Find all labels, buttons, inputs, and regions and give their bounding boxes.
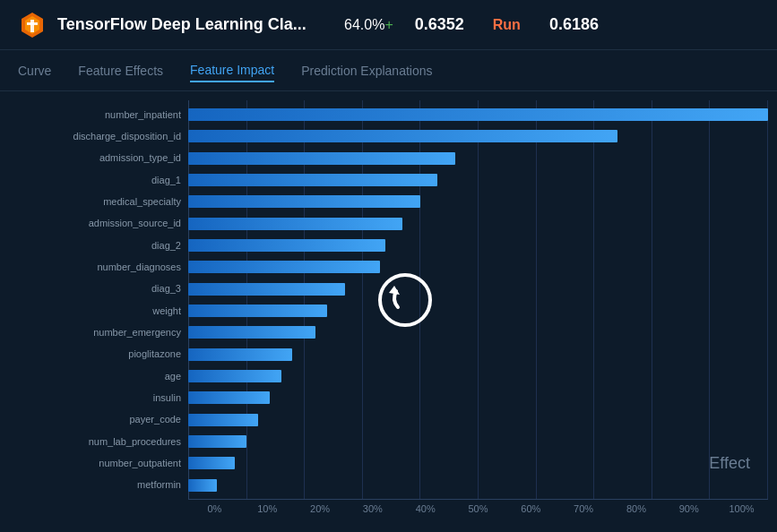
bar-row-diag_2 bbox=[188, 238, 768, 253]
tab-prediction-explanations[interactable]: Prediction Explanations bbox=[301, 60, 432, 82]
score2-value: 0.6186 bbox=[549, 15, 599, 34]
y-label-diag_2: diag_2 bbox=[9, 241, 181, 251]
bar-num_lab_procedures bbox=[188, 435, 246, 448]
y-label-pioglitazone: pioglitazone bbox=[9, 349, 181, 359]
x-label-5: 50% bbox=[452, 503, 505, 514]
bar-payer_code bbox=[188, 414, 258, 426]
y-label-payer_code: payer_code bbox=[9, 415, 181, 425]
y-label-num_lab_procedures: num_lab_procedures bbox=[9, 437, 181, 447]
chart-container: number_inpatientdischarge_disposition_id… bbox=[0, 91, 777, 532]
x-label-7: 70% bbox=[557, 503, 610, 514]
bar-row-number_inpatient bbox=[188, 107, 768, 122]
bar-admission_source_id bbox=[188, 218, 402, 230]
y-label-diag_1: diag_1 bbox=[9, 176, 181, 185]
svg-rect-3 bbox=[27, 22, 38, 25]
y-label-number_emergency: number_emergency bbox=[9, 328, 181, 338]
x-label-2: 20% bbox=[294, 503, 347, 514]
chart-inner: number_inpatientdischarge_disposition_id… bbox=[9, 100, 768, 500]
x-label-6: 60% bbox=[505, 503, 557, 514]
x-label-4: 40% bbox=[399, 503, 452, 514]
y-label-admission_source_id: admission_source_id bbox=[9, 219, 181, 228]
bar-row-number_diagnoses bbox=[188, 260, 768, 274]
y-label-number_inpatient: number_inpatient bbox=[9, 110, 181, 120]
bars-area bbox=[188, 100, 768, 500]
y-label-age: age bbox=[9, 372, 181, 382]
bar-metformin bbox=[188, 479, 217, 492]
bar-medical_specialty bbox=[188, 195, 420, 208]
x-label-1: 10% bbox=[241, 503, 294, 514]
bar-row-admission_type_id bbox=[188, 151, 768, 166]
y-label-number_outpatient: number_outpatient bbox=[9, 459, 181, 468]
x-label-3: 30% bbox=[346, 503, 399, 514]
accuracy-plus: + bbox=[384, 17, 393, 32]
x-label-8: 80% bbox=[610, 503, 663, 514]
run-button[interactable]: Run bbox=[486, 13, 528, 37]
app-title: TensorFlow Deep Learning Cla... bbox=[57, 15, 326, 34]
y-label-number_diagnoses: number_diagnoses bbox=[9, 262, 181, 272]
y-label-metformin: metformin bbox=[9, 480, 181, 490]
y-label-medical_specialty: medical_specialty bbox=[9, 197, 181, 207]
score1-value: 0.6352 bbox=[415, 15, 464, 34]
tab-feature-effects[interactable]: Feature Effects bbox=[78, 60, 163, 82]
bar-admission_type_id bbox=[188, 152, 455, 165]
x-label-0: 0% bbox=[188, 503, 241, 514]
bar-row-age bbox=[188, 369, 768, 383]
bar-row-admission_source_id bbox=[188, 217, 768, 231]
bar-weight bbox=[188, 305, 327, 317]
x-label-10: 100% bbox=[715, 503, 768, 514]
bar-number_diagnoses bbox=[188, 261, 380, 273]
bar-row-diag_3 bbox=[188, 282, 768, 296]
bar-number_inpatient bbox=[188, 108, 768, 121]
y-label-weight: weight bbox=[9, 306, 181, 316]
bar-number_emergency bbox=[188, 326, 315, 339]
app-header: TensorFlow Deep Learning Cla... 64.0%+ 0… bbox=[0, 0, 777, 50]
x-label-9: 90% bbox=[662, 503, 715, 514]
bar-number_outpatient bbox=[188, 457, 235, 469]
bar-row-pioglitazone bbox=[188, 348, 768, 362]
bar-row-payer_code bbox=[188, 413, 768, 427]
accuracy-value: 64.0%+ bbox=[344, 17, 393, 33]
bar-insulin bbox=[188, 391, 270, 404]
bar-row-insulin bbox=[188, 390, 768, 405]
y-label-admission_type_id: admission_type_id bbox=[9, 153, 181, 163]
bar-row-metformin bbox=[188, 478, 768, 493]
bar-row-discharge_disposition_id bbox=[188, 129, 768, 143]
bar-row-weight bbox=[188, 304, 768, 318]
bar-row-number_outpatient bbox=[188, 456, 768, 470]
bar-row-diag_1 bbox=[188, 173, 768, 187]
bar-diag_1 bbox=[188, 174, 437, 186]
bar-row-number_emergency bbox=[188, 325, 768, 339]
y-axis-labels: number_inpatientdischarge_disposition_id… bbox=[9, 100, 188, 500]
x-axis-labels: 0%10%20%30%40%50%60%70%80%90%100% bbox=[188, 500, 768, 514]
svg-rect-2 bbox=[30, 20, 34, 32]
bar-diag_2 bbox=[188, 239, 385, 252]
bar-age bbox=[188, 370, 281, 382]
y-label-insulin: insulin bbox=[9, 393, 181, 403]
bar-discharge_disposition_id bbox=[188, 130, 617, 142]
bar-row-num_lab_procedures bbox=[188, 434, 768, 449]
tensorflow-icon bbox=[18, 11, 47, 39]
tab-curve[interactable]: Curve bbox=[18, 60, 51, 82]
tab-bar: Curve Feature Effects Feature Impact Pre… bbox=[0, 50, 777, 91]
bar-pioglitazone bbox=[188, 348, 292, 361]
tab-feature-impact[interactable]: Feature Impact bbox=[190, 59, 274, 82]
bar-row-medical_specialty bbox=[188, 194, 768, 209]
bar-diag_3 bbox=[188, 283, 345, 296]
y-label-diag_3: diag_3 bbox=[9, 284, 181, 294]
y-label-discharge_disposition_id: discharge_disposition_id bbox=[9, 132, 181, 142]
